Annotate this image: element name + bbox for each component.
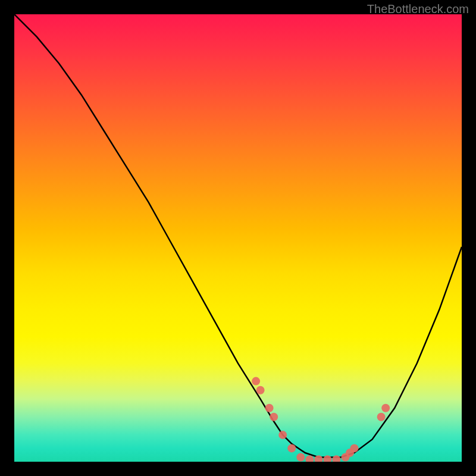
data-marker bbox=[278, 431, 287, 439]
data-marker bbox=[287, 444, 296, 452]
data-marker bbox=[256, 386, 265, 394]
data-marker bbox=[350, 444, 359, 452]
data-marker bbox=[305, 455, 314, 462]
bottleneck-curve bbox=[14, 14, 462, 458]
attribution-text: TheBottleneck.com bbox=[367, 2, 469, 16]
chart-svg bbox=[14, 14, 462, 462]
data-marker bbox=[323, 455, 331, 462]
data-marker bbox=[252, 377, 260, 386]
data-marker bbox=[265, 404, 274, 412]
data-markers bbox=[252, 377, 390, 462]
data-marker bbox=[296, 453, 305, 462]
data-marker bbox=[270, 413, 278, 421]
data-marker bbox=[332, 455, 340, 462]
chart-plot-area bbox=[14, 14, 462, 462]
data-marker bbox=[381, 404, 390, 412]
data-marker bbox=[377, 413, 386, 421]
